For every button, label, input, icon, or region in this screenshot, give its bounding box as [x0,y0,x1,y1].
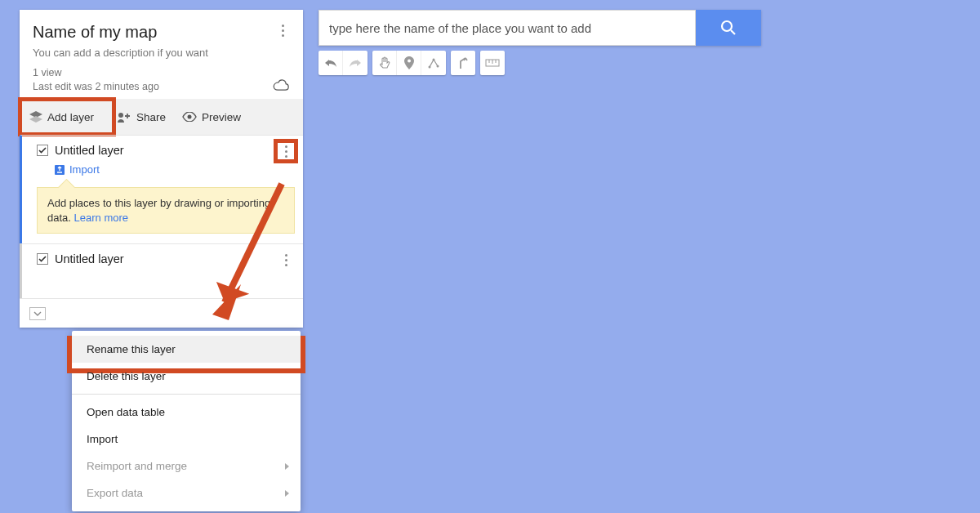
basemap-toggle[interactable] [29,307,46,320]
tool-group-directions [451,51,475,75]
search-button[interactable] [696,10,761,46]
import-link[interactable]: Import [55,163,295,176]
add-layer-button[interactable]: Add layer [20,99,102,135]
search-icon [720,20,737,36]
add-directions-tool[interactable] [451,51,475,75]
layer-name[interactable]: Untitled layer [55,144,124,157]
layer-context-menu: Rename this layer Delete this layer Open… [72,331,301,511]
add-layer-label: Add layer [47,111,94,123]
layer-options-button[interactable] [278,252,293,267]
map-views: 1 view [33,67,290,78]
layer-visibility-checkbox[interactable] [37,145,48,156]
layer-block-1: Untitled layer Import Add places to this… [20,135,303,243]
draw-line-tool[interactable] [421,51,446,75]
preview-button[interactable]: Preview [174,99,249,135]
menu-open-data-table[interactable]: Open data table [72,399,301,426]
map-last-edit: Last edit was 2 minutes ago [33,81,290,92]
menu-import[interactable]: Import [72,426,301,453]
svg-line-7 [731,30,735,34]
share-icon [117,111,131,123]
layer-block-2: Untitled layer [20,243,303,298]
undo-icon [324,57,337,69]
layer-title-row: Untitled layer [37,144,295,157]
directions-icon [457,56,469,69]
more-vert-icon [275,23,290,38]
redo-button[interactable] [343,51,368,75]
search-bar [318,10,761,46]
tool-group-measure [480,51,505,75]
panel-header: Name of my map You can add a description… [20,10,303,99]
search-input[interactable] [318,10,696,46]
redo-icon [349,57,362,69]
layer-name[interactable]: Untitled layer [55,252,124,265]
import-label: Import [69,163,100,176]
undo-button[interactable] [318,51,343,75]
more-vert-icon [278,252,293,267]
share-button[interactable]: Share [109,99,174,135]
menu-export-label: Export data [87,487,143,499]
select-tool[interactable] [372,51,397,75]
sidebar-panel: Name of my map You can add a description… [20,10,303,328]
map-options-button[interactable] [275,23,290,38]
preview-label: Preview [202,111,241,123]
chevron-down-icon [33,311,42,316]
menu-reimport-merge: Reimport and merge [72,453,301,480]
submenu-arrow-icon [285,490,289,497]
submenu-arrow-icon [285,463,289,470]
cloud-sync-icon [272,79,290,91]
measure-tool[interactable] [480,51,505,75]
marker-icon [404,56,414,69]
add-marker-tool[interactable] [397,51,421,75]
layer-visibility-checkbox[interactable] [37,253,48,265]
menu-delete-layer[interactable]: Delete this layer [72,363,301,390]
layer-title-row: Untitled layer [37,252,295,265]
map-toolbar [318,51,505,75]
line-icon [427,56,440,69]
menu-export-data: Export data [72,480,301,506]
upload-icon [55,165,65,175]
layers-icon [29,111,42,123]
menu-reimport-label: Reimport and merge [87,460,187,472]
menu-divider [72,394,301,395]
map-description[interactable]: You can add a description if you want [33,47,290,59]
action-row: Add layer Share Preview [20,99,303,135]
svg-point-1 [188,115,192,119]
tool-group-history [318,51,368,75]
share-label: Share [136,111,166,123]
svg-point-6 [722,21,732,31]
ruler-icon [485,59,500,67]
svg-point-0 [118,113,123,118]
menu-rename-layer[interactable]: Rename this layer [72,336,301,363]
hand-icon [378,56,391,69]
eye-icon [182,112,197,122]
learn-more-link[interactable]: Learn more [74,212,128,224]
layer-options-button[interactable] [278,144,293,158]
layer-tip: Add places to this layer by drawing or i… [37,187,295,234]
basemap-row [20,298,303,328]
map-title[interactable]: Name of my map [33,23,290,42]
tool-group-draw [372,51,446,75]
check-icon [38,255,47,263]
check-icon [38,146,47,154]
svg-point-8 [408,60,411,63]
